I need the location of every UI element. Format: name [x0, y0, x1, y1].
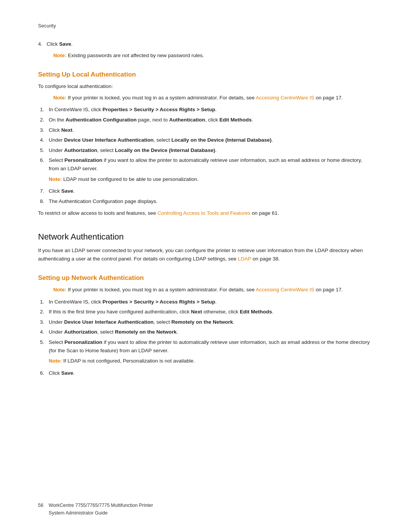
- section-label: Security: [38, 23, 373, 29]
- local-step-3: Click Next.: [46, 126, 373, 134]
- footer-line1: WorkCentre 7755/7765/7775 Multifunction …: [49, 503, 153, 508]
- step-bold: Save: [59, 41, 72, 47]
- controlling-access-link[interactable]: Controlling Access to Tools and Features: [158, 210, 250, 216]
- network-step-2: If this is the first time you have confi…: [46, 308, 373, 316]
- network-step-5: Select Personalization if you want to al…: [46, 338, 373, 365]
- network-auth-note1: Note: If your printer is locked, you mus…: [53, 286, 373, 294]
- local-step-6: Select Personalization if you want to al…: [46, 156, 373, 183]
- local-auth-footer: To restrict or allow access to tools and…: [38, 209, 373, 217]
- step-text-before: Click: [47, 41, 59, 47]
- note-content: Existing passwords are not affected by n…: [68, 53, 204, 58]
- intro-note: Note: Existing passwords are not affecte…: [53, 51, 373, 60]
- local-auth-intro: To configure local authentication:: [38, 82, 373, 91]
- ldap-link[interactable]: LDAP: [238, 256, 251, 262]
- network-step-3: Under Device User Interface Authenticati…: [46, 318, 373, 326]
- local-step-2: On the Authentication Configuration page…: [46, 116, 373, 124]
- local-auth-note1: Note: If your printer is locked, you mus…: [53, 94, 373, 102]
- network-step-5-note: Note: If LDAP is not configured, Persona…: [49, 357, 373, 365]
- page-number: 56: [38, 503, 43, 508]
- network-auth-subheading: Setting up Network Authentication: [38, 274, 373, 282]
- accessing-centreware-link-2[interactable]: Accessing CentreWare IS: [256, 287, 314, 292]
- local-auth-steps: In CentreWare IS, click Properties > Sec…: [46, 105, 373, 205]
- local-step-7: Click Save.: [46, 187, 373, 195]
- page-footer: 56 WorkCentre 7755/7765/7775 Multifuncti…: [38, 502, 153, 517]
- local-step-4: Under Device User Interface Authenticati…: [46, 136, 373, 144]
- intro-step: 4. Click Save.: [38, 40, 373, 48]
- accessing-centreware-link-1[interactable]: Accessing CentreWare IS: [256, 95, 314, 101]
- local-step-5: Under Authorization, select Locally on t…: [46, 146, 373, 155]
- footer-line2: System Administrator Guide: [49, 510, 108, 516]
- local-step-8: The Authentication Configuration page di…: [46, 197, 373, 206]
- note-label: Note:: [53, 53, 67, 58]
- network-step-1: In CentreWare IS, click Properties > Sec…: [46, 298, 373, 306]
- network-auth-body: If you have an LDAP server connected to …: [38, 246, 373, 263]
- network-auth-heading: Network Authentication: [38, 232, 373, 242]
- local-auth-heading: Setting Up Local Authentication: [38, 71, 373, 78]
- network-auth-steps: In CentreWare IS, click Properties > Sec…: [46, 298, 373, 377]
- network-step-4: Under Authorization, select Remotely on …: [46, 328, 373, 336]
- local-step-1: In CentreWare IS, click Properties > Sec…: [46, 105, 373, 114]
- step-number: 4.: [38, 41, 42, 47]
- local-step-6-note: Note: LDAP must be configured to be able…: [49, 175, 373, 184]
- network-step-6: Click Save.: [46, 369, 373, 377]
